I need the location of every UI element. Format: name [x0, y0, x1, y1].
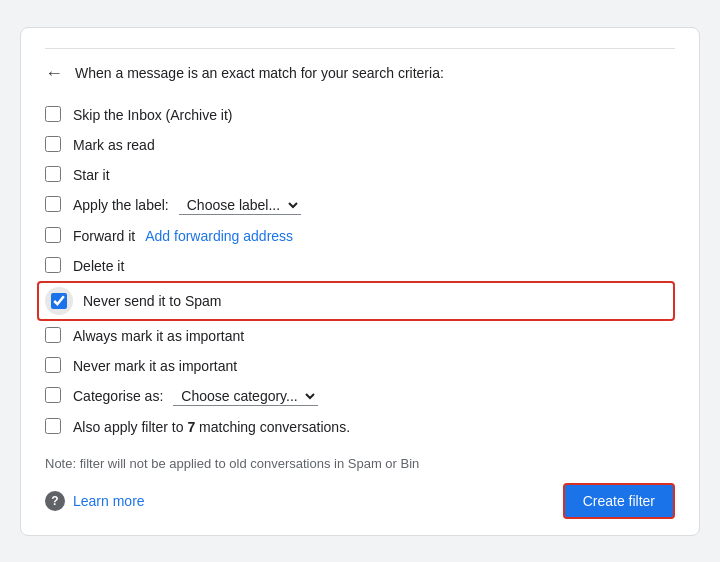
checkbox-mark-important-wrap: [45, 327, 63, 345]
label-star-it: Star it: [73, 167, 110, 183]
checkbox-mark-important[interactable]: [45, 327, 61, 343]
label-skip-inbox: Skip the Inbox (Archive it): [73, 107, 233, 123]
option-also-apply: Also apply filter to 7 matching conversa…: [45, 412, 675, 442]
label-mark-important: Always mark it as important: [73, 328, 244, 344]
checkbox-never-important[interactable]: [45, 357, 61, 373]
checkbox-apply-label-wrap: [45, 196, 63, 214]
learn-more-row: ? Learn more: [45, 491, 145, 511]
filter-note: Note: filter will not be applied to old …: [45, 456, 675, 471]
checkbox-categorise-wrap: [45, 387, 63, 405]
label-apply-label: Apply the label:: [73, 197, 169, 213]
option-forward-it: Forward it Add forwarding address: [45, 221, 675, 251]
checkbox-also-apply[interactable]: [45, 418, 61, 434]
option-mark-read: Mark as read: [45, 130, 675, 160]
checkbox-star-it[interactable]: [45, 166, 61, 182]
checkbox-never-spam-wrap: [45, 287, 73, 315]
checkbox-categorise[interactable]: [45, 387, 61, 403]
header-text: When a message is an exact match for you…: [75, 65, 444, 81]
dialog-footer: ? Learn more Create filter: [45, 483, 675, 519]
dialog-header: ← When a message is an exact match for y…: [45, 63, 675, 84]
label-categorise: Categorise as:: [73, 388, 163, 404]
top-divider: [45, 48, 675, 49]
learn-more-link[interactable]: Learn more: [73, 493, 145, 509]
label-also-apply: Also apply filter to 7 matching conversa…: [73, 419, 350, 435]
option-skip-inbox: Skip the Inbox (Archive it): [45, 100, 675, 130]
option-star-it: Star it: [45, 160, 675, 190]
checkbox-forward-it[interactable]: [45, 227, 61, 243]
option-never-important: Never mark it as important: [45, 351, 675, 381]
matching-count: 7: [187, 419, 195, 435]
option-categorise: Categorise as: Choose category...: [45, 381, 675, 412]
checkbox-delete-it[interactable]: [45, 257, 61, 273]
checkbox-skip-inbox-wrap: [45, 106, 63, 124]
category-select-dropdown[interactable]: Choose category...: [173, 387, 318, 406]
checkbox-star-it-wrap: [45, 166, 63, 184]
label-select-dropdown[interactable]: Choose label...: [179, 196, 301, 215]
checkbox-skip-inbox[interactable]: [45, 106, 61, 122]
label-delete-it: Delete it: [73, 258, 124, 274]
create-filter-button[interactable]: Create filter: [563, 483, 675, 519]
checkbox-also-apply-wrap: [45, 418, 63, 436]
add-forwarding-address-link[interactable]: Add forwarding address: [145, 228, 293, 244]
label-never-important: Never mark it as important: [73, 358, 237, 374]
checkbox-apply-label[interactable]: [45, 196, 61, 212]
option-delete-it: Delete it: [45, 251, 675, 281]
label-forward-it: Forward it: [73, 228, 135, 244]
checkbox-delete-it-wrap: [45, 257, 63, 275]
filter-dialog: ← When a message is an exact match for y…: [20, 27, 700, 536]
back-button[interactable]: ←: [45, 63, 63, 84]
checkbox-never-important-wrap: [45, 357, 63, 375]
option-mark-important: Always mark it as important: [45, 321, 675, 351]
checkbox-mark-read[interactable]: [45, 136, 61, 152]
option-apply-label: Apply the label: Choose label...: [45, 190, 675, 221]
checkbox-forward-it-wrap: [45, 227, 63, 245]
help-icon[interactable]: ?: [45, 491, 65, 511]
label-never-spam: Never send it to Spam: [83, 293, 222, 309]
checkbox-mark-read-wrap: [45, 136, 63, 154]
checkbox-never-spam[interactable]: [51, 293, 67, 309]
label-mark-read: Mark as read: [73, 137, 155, 153]
label-dropdown-wrap: Choose label...: [179, 196, 301, 215]
option-never-spam: Never send it to Spam: [37, 281, 675, 321]
